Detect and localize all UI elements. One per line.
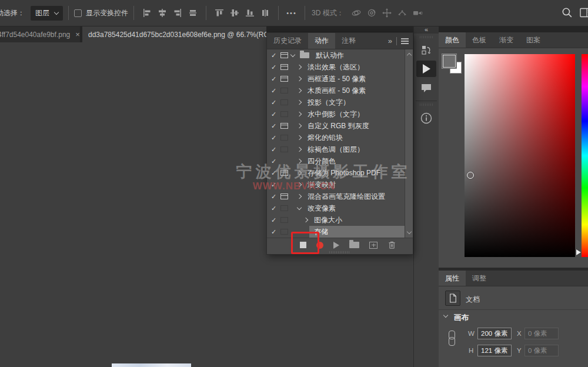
link-dimensions-icon[interactable] <box>449 331 454 346</box>
history-panel-button[interactable] <box>414 44 439 56</box>
close-tab-icon[interactable]: × <box>75 30 80 39</box>
action-row[interactable]: ✓ 自定义 RGB 到灰度 <box>267 120 405 132</box>
color-picker-cursor[interactable] <box>467 172 474 179</box>
expand-chevron-icon[interactable] <box>297 88 302 93</box>
action-label[interactable]: 默认动作 <box>311 49 405 61</box>
expand-chevron-icon[interactable] <box>297 76 302 81</box>
new-action-button[interactable] <box>369 242 377 249</box>
include-checkmark-icon[interactable]: ✓ <box>267 75 279 83</box>
document-tab-active[interactable]: dd3a785425d41d675bc2d031e608ef6e.png @ 6… <box>82 26 266 42</box>
tab-properties[interactable]: 属性 <box>439 271 466 286</box>
modal-toggle-icon[interactable] <box>280 193 288 199</box>
include-checkmark-icon[interactable]: ✓ <box>267 87 279 95</box>
action-label[interactable]: 四分颜色 <box>303 155 405 167</box>
expand-chevron-icon[interactable] <box>290 52 295 56</box>
3d-orbit-button[interactable] <box>349 5 364 21</box>
include-checkmark-icon[interactable]: ✓ <box>267 193 279 201</box>
3d-roll-button[interactable] <box>364 5 379 21</box>
expand-chevron-icon[interactable] <box>297 182 302 187</box>
rail-grip[interactable] <box>420 36 433 38</box>
include-checkmark-icon[interactable]: ✓ <box>267 52 279 59</box>
distribute-horizontal-button[interactable] <box>185 5 201 21</box>
info-panel-button[interactable] <box>414 112 439 125</box>
scroll-up-icon[interactable] <box>407 53 412 58</box>
action-row[interactable]: ✓ 木质画框 - 50 像素 <box>267 85 405 96</box>
scroll-down-icon[interactable] <box>407 229 412 234</box>
action-row[interactable]: ✓ 渐变映射 <box>267 179 405 191</box>
action-label[interactable]: 存储为 Photoshop PDF <box>303 167 405 179</box>
saturation-brightness-picker[interactable] <box>465 54 575 257</box>
expand-chevron-icon[interactable] <box>297 194 302 199</box>
workspace-switcher-button[interactable] <box>580 7 588 18</box>
show-transform-checkbox[interactable] <box>74 9 82 17</box>
foreground-color-swatch[interactable] <box>443 55 456 68</box>
modal-toggle-icon[interactable] <box>280 182 288 188</box>
panel-resize-grip[interactable] <box>329 251 350 253</box>
show-transform-checkbox-group[interactable]: 显示变换控件 <box>74 8 128 18</box>
expand-chevron-icon[interactable] <box>297 159 302 164</box>
hue-slider-strip[interactable] <box>582 54 588 257</box>
search-button[interactable] <box>562 7 573 18</box>
modal-toggle-icon[interactable] <box>280 229 288 235</box>
modal-toggle-icon[interactable] <box>280 158 288 164</box>
align-bottom-edges-button[interactable] <box>242 5 258 21</box>
modal-toggle-icon[interactable] <box>280 99 288 105</box>
expand-chevron-icon[interactable] <box>297 112 302 116</box>
include-checkmark-icon[interactable]: ✓ <box>267 169 279 177</box>
expand-chevron-icon[interactable] <box>297 171 302 175</box>
tab-notes[interactable]: 注释 <box>335 33 362 49</box>
action-label[interactable]: 混合器画笔克隆绘图设置 <box>303 191 405 202</box>
action-row[interactable]: ✓ 图像大小 <box>267 214 405 226</box>
action-label[interactable]: 棕褐色调（图层） <box>303 144 405 155</box>
expand-chevron-icon[interactable] <box>297 147 302 152</box>
action-label[interactable]: 水中倒影（文字） <box>303 108 405 120</box>
actions-panel-button[interactable] <box>416 61 436 77</box>
action-label[interactable]: 淡出效果（选区） <box>303 61 405 73</box>
action-row[interactable]: ✓ 熔化的铅块 <box>267 132 405 144</box>
action-row[interactable]: ✓ 存储 <box>267 226 405 238</box>
action-row[interactable]: ✓ 画框通道 - 50 像素 <box>267 73 405 85</box>
tab-patterns[interactable]: 图案 <box>520 32 547 48</box>
include-checkmark-icon[interactable]: ✓ <box>267 205 279 212</box>
include-checkmark-icon[interactable]: ✓ <box>267 146 279 154</box>
modal-toggle-icon[interactable] <box>280 76 288 82</box>
tab-history[interactable]: 历史记录 <box>267 33 308 49</box>
action-label[interactable]: 画框通道 - 50 像素 <box>303 73 405 85</box>
tab-adjustments[interactable]: 调整 <box>466 271 493 286</box>
expand-chevron-icon[interactable] <box>297 100 302 105</box>
align-vertical-centers-button[interactable] <box>227 5 242 21</box>
action-label[interactable]: 熔化的铅块 <box>303 132 405 144</box>
include-checkmark-icon[interactable]: ✓ <box>267 122 279 130</box>
section-chevron-icon[interactable] <box>443 313 448 318</box>
modal-toggle-icon[interactable] <box>280 170 288 176</box>
panel-menu-icon[interactable] <box>401 38 409 44</box>
width-input[interactable]: 200 像素 <box>477 328 512 339</box>
distribute-vertical-button[interactable] <box>258 5 273 21</box>
expand-chevron-icon[interactable] <box>297 135 302 140</box>
3d-pan-button[interactable] <box>379 5 395 21</box>
tab-color[interactable]: 颜色 <box>439 32 466 48</box>
expand-chevron-icon[interactable] <box>297 205 302 209</box>
align-right-edges-button[interactable] <box>170 5 185 21</box>
action-row[interactable]: ✓ 投影（文字） <box>267 96 405 108</box>
expand-chevron-icon[interactable] <box>297 124 302 128</box>
modal-toggle-icon[interactable] <box>280 135 288 141</box>
modal-toggle-icon[interactable] <box>280 52 288 58</box>
action-label[interactable]: 投影（文字） <box>303 96 405 108</box>
modal-toggle-icon[interactable] <box>280 64 288 70</box>
action-row[interactable]: ✓ 默认动作 <box>267 49 405 61</box>
action-label[interactable]: 图像大小 <box>309 214 405 226</box>
more-options-button[interactable]: ••• <box>284 5 299 21</box>
include-checkmark-icon[interactable]: ✓ <box>267 64 279 71</box>
action-label[interactable]: 自定义 RGB 到灰度 <box>303 120 405 132</box>
modal-toggle-icon[interactable] <box>280 205 288 211</box>
height-input[interactable]: 121 像素 <box>477 345 512 356</box>
modal-toggle-icon[interactable] <box>280 111 288 117</box>
include-checkmark-icon[interactable]: ✓ <box>267 134 279 142</box>
modal-toggle-icon[interactable] <box>280 217 288 223</box>
action-label[interactable]: 木质画框 - 50 像素 <box>303 85 405 96</box>
tab-swatches[interactable]: 色板 <box>466 32 493 48</box>
action-row[interactable]: ✓ 混合器画笔克隆绘图设置 <box>267 191 405 202</box>
y-input[interactable]: 0 像素 <box>524 345 559 356</box>
rail-grip[interactable] <box>420 104 433 106</box>
